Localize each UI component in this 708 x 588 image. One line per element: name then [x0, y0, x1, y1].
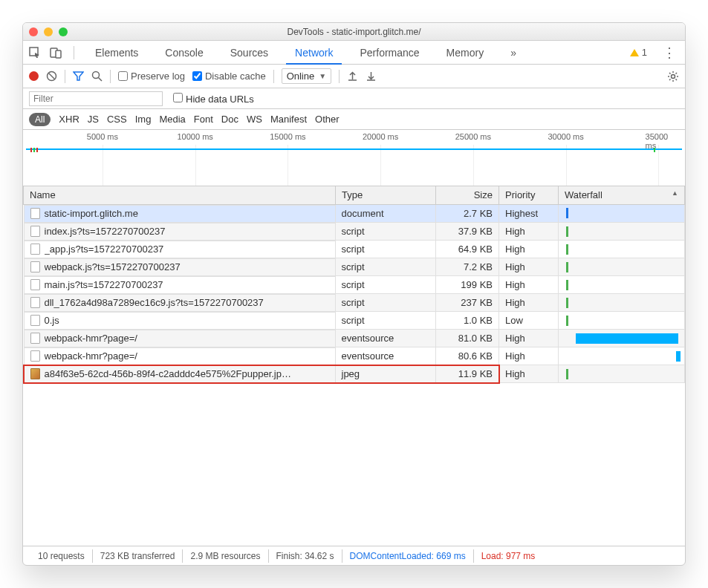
status-finish: Finish: 34.62 s — [269, 549, 342, 563]
request-name: static-import.glitch.me — [45, 208, 138, 219]
hide-data-urls-checkbox[interactable]: Hide data URLs — [173, 93, 254, 105]
filter-type-js[interactable]: JS — [88, 114, 99, 125]
file-icon — [30, 208, 40, 219]
request-name: a84f63e5-62cd-456b-89f4-c2adddc4e575%2Fp… — [45, 368, 291, 379]
svg-rect-2 — [56, 50, 61, 58]
timeline-tick: 10000 ms — [178, 132, 213, 141]
timeline-tick: 5000 ms — [87, 132, 118, 141]
preserve-log-checkbox[interactable]: Preserve log — [118, 71, 185, 82]
table-row[interactable]: main.js?ts=1572270700237script199 KBHigh — [24, 276, 685, 294]
filter-bar: Hide data URLs — [23, 88, 685, 109]
window-controls — [29, 27, 68, 36]
tab-memory[interactable]: Memory — [438, 41, 493, 65]
warnings-badge[interactable]: 1 — [626, 46, 651, 59]
table-row[interactable]: static-import.glitch.medocument2.7 KBHig… — [24, 204, 685, 223]
timeline-overview[interactable]: 5000 ms10000 ms15000 ms20000 ms25000 ms3… — [23, 130, 685, 186]
table-row[interactable]: webpack-hmr?page=/eventsource80.6 KBHigh — [24, 347, 685, 365]
request-name: main.js?ts=1572270700237 — [45, 279, 163, 290]
status-load: Load: 977 ms — [474, 549, 543, 563]
settings-gear-icon[interactable] — [667, 71, 679, 82]
file-icon — [30, 279, 40, 290]
request-name: _app.js?ts=1572270700237 — [45, 244, 164, 255]
inspect-icon[interactable] — [29, 47, 41, 59]
timeline-tick: 25000 ms — [455, 132, 491, 141]
upload-har-icon[interactable] — [347, 71, 358, 82]
svg-point-5 — [93, 72, 100, 79]
file-icon — [30, 297, 40, 308]
col-waterfall[interactable]: Waterfall▲ — [559, 186, 685, 204]
filter-input[interactable] — [29, 91, 163, 106]
tab-network[interactable]: Network — [286, 41, 342, 65]
request-name: webpack-hmr?page=/ — [45, 333, 137, 344]
col-name[interactable]: Name — [24, 186, 336, 204]
window-title: DevTools - static-import.glitch.me/ — [23, 27, 685, 37]
table-header-row: Name Type Size Priority Waterfall▲ — [24, 186, 685, 204]
filter-all-pill[interactable]: All — [29, 113, 51, 126]
table-row[interactable]: a84f63e5-62cd-456b-89f4-c2adddc4e575%2Fp… — [24, 365, 685, 383]
timeline-tick: 15000 ms — [270, 132, 305, 141]
file-icon — [30, 315, 40, 326]
throttling-select[interactable]: Online▼ — [282, 68, 331, 84]
table-row[interactable]: 0.jsscript1.0 KBLow — [24, 312, 685, 330]
sort-ascending-icon: ▲ — [672, 189, 678, 197]
tab-console[interactable]: Console — [156, 41, 212, 65]
filter-type-img[interactable]: Img — [135, 114, 152, 125]
warning-icon — [630, 49, 639, 56]
close-window-button[interactable] — [29, 27, 38, 36]
more-tabs-button[interactable]: » — [501, 41, 525, 65]
request-name: 0.js — [45, 315, 59, 326]
network-toolbar: Preserve log Disable cache Online▼ — [23, 65, 685, 88]
filter-type-media[interactable]: Media — [159, 114, 185, 125]
status-resources: 2.9 MB resources — [183, 549, 268, 563]
request-name: index.js?ts=1572270700237 — [45, 226, 166, 237]
col-size[interactable]: Size — [436, 186, 499, 204]
request-name: webpack.js?ts=1572270700237 — [45, 261, 181, 272]
timeline-tick: 20000 ms — [363, 132, 398, 141]
request-name: webpack-hmr?page=/ — [45, 350, 137, 362]
filter-type-ws[interactable]: WS — [247, 114, 262, 125]
type-filter-row: All XHRJSCSSImgMediaFontDocWSManifestOth… — [23, 109, 685, 130]
col-type[interactable]: Type — [336, 186, 436, 204]
search-icon[interactable] — [91, 71, 103, 82]
tab-sources[interactable]: Sources — [221, 41, 277, 65]
filter-type-font[interactable]: Font — [194, 114, 213, 125]
status-domcontentloaded: DOMContentLoaded: 669 ms — [342, 549, 474, 563]
device-toggle-icon[interactable] — [50, 47, 62, 59]
filter-type-manifest[interactable]: Manifest — [270, 114, 307, 125]
download-har-icon[interactable] — [366, 71, 377, 82]
devtools-window: DevTools - static-import.glitch.me/ Elem… — [22, 22, 686, 566]
table-row[interactable]: _app.js?ts=1572270700237script64.9 KBHig… — [24, 241, 685, 258]
minimize-window-button[interactable] — [44, 27, 53, 36]
tab-performance[interactable]: Performance — [351, 41, 428, 65]
maximize-window-button[interactable] — [59, 27, 68, 36]
record-button[interactable] — [29, 71, 39, 81]
filter-type-css[interactable]: CSS — [107, 114, 127, 125]
kebab-menu-icon[interactable]: ⋮ — [660, 45, 679, 61]
titlebar: DevTools - static-import.glitch.me/ — [23, 23, 685, 41]
table-row[interactable]: dll_1762a4d98a7289ec16c9.js?ts=157227070… — [24, 294, 685, 312]
table-row[interactable]: index.js?ts=1572270700237script37.9 KBHi… — [24, 223, 685, 241]
table-row[interactable]: webpack.js?ts=1572270700237script7.2 KBH… — [24, 258, 685, 276]
table-row[interactable]: webpack-hmr?page=/eventsource81.0 KBHigh — [24, 330, 685, 347]
svg-point-7 — [672, 74, 675, 78]
status-requests: 10 requests — [30, 549, 93, 563]
clear-icon[interactable] — [46, 71, 57, 82]
tab-elements[interactable]: Elements — [86, 41, 147, 65]
svg-line-4 — [49, 74, 55, 79]
col-priority[interactable]: Priority — [499, 186, 559, 204]
status-bar: 10 requests 723 KB transferred 2.9 MB re… — [23, 546, 685, 565]
filter-type-doc[interactable]: Doc — [221, 114, 238, 125]
svg-line-6 — [99, 78, 103, 82]
filter-type-other[interactable]: Other — [315, 114, 340, 125]
status-transferred: 723 KB transferred — [93, 549, 184, 563]
filter-icon[interactable] — [73, 71, 84, 82]
file-icon — [30, 261, 40, 272]
timeline-tick: 30000 ms — [548, 132, 583, 141]
filter-type-xhr[interactable]: XHR — [59, 114, 79, 125]
timeline-activity-bar — [26, 148, 682, 150]
image-file-icon — [30, 368, 40, 379]
request-name: dll_1762a4d98a7289ec16c9.js?ts=157227070… — [45, 297, 264, 308]
main-toolbar: ElementsConsoleSourcesNetworkPerformance… — [23, 41, 685, 65]
disable-cache-checkbox[interactable]: Disable cache — [192, 71, 266, 82]
file-icon — [30, 226, 40, 237]
